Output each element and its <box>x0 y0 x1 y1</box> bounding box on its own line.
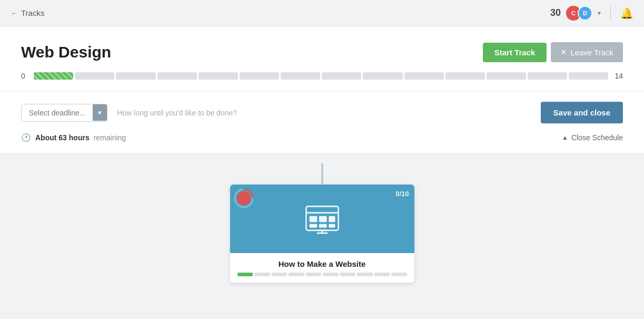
progress-segment-7 <box>322 72 361 80</box>
svg-rect-5 <box>309 216 317 222</box>
close-x-icon: ✕ <box>560 47 567 57</box>
svg-rect-8 <box>309 224 317 228</box>
nav-right: 30 C D ▾ 🔔 <box>550 5 633 21</box>
schedule-area: Select deadline... ▾ How long until you'… <box>0 91 644 153</box>
progress-end-num: 14 <box>615 72 623 80</box>
nav-count: 30 <box>550 7 561 18</box>
timeline-line <box>321 163 323 185</box>
back-arrow-icon: ← <box>11 9 18 17</box>
course-progress-segment-7 <box>357 273 373 276</box>
avatar-d: D <box>578 6 592 21</box>
svg-rect-9 <box>319 224 326 228</box>
how-long-text: How long until you'd like to be done? <box>117 109 237 117</box>
progress-row: 0 14 <box>21 72 623 80</box>
hours-label: About 63 hours <box>35 133 90 142</box>
progress-bar <box>34 72 608 80</box>
track-title: Web Design <box>21 43 111 61</box>
course-card-bottom: How to Make a Website <box>230 253 414 283</box>
course-progress-ring <box>233 188 254 211</box>
progress-segment-10 <box>445 72 485 80</box>
course-icon <box>304 200 341 237</box>
course-name: How to Make a Website <box>237 259 407 268</box>
track-card: Web Design Start Track ✕ Leave Track 0 1… <box>0 26 644 91</box>
progress-segment-11 <box>487 72 526 80</box>
close-schedule-label: Close Schedule <box>571 133 623 142</box>
progress-segment-9 <box>404 72 444 80</box>
deadline-placeholder: Select deadline... <box>22 104 93 121</box>
leave-track-label: Leave Track <box>570 48 613 57</box>
avatar-group: C D <box>566 6 592 21</box>
avatar-dropdown-icon[interactable]: ▾ <box>598 9 601 17</box>
course-progress-segment-5 <box>323 273 339 276</box>
svg-rect-7 <box>329 216 335 222</box>
top-nav: ← Tracks 30 C D ▾ 🔔 <box>0 0 644 26</box>
svg-rect-10 <box>329 224 335 228</box>
progress-segment-5 <box>240 72 279 80</box>
course-progress-segment-0 <box>237 273 253 276</box>
back-to-tracks[interactable]: ← Tracks <box>11 8 44 17</box>
svg-rect-6 <box>319 216 326 222</box>
course-progress-segment-9 <box>391 273 407 276</box>
close-schedule-button[interactable]: ▲ Close Schedule <box>562 133 623 142</box>
course-progress-segment-6 <box>340 273 356 276</box>
save-and-close-button[interactable]: Save and close <box>541 102 623 123</box>
deadline-chevron-icon[interactable]: ▾ <box>93 104 107 121</box>
hours-row: 🕐 About 63 hours remaining ▲ Close Sched… <box>21 133 623 142</box>
svg-point-2 <box>237 191 251 205</box>
progress-segment-13 <box>569 72 608 80</box>
nav-divider <box>610 5 611 21</box>
start-track-button[interactable]: Start Track <box>483 43 547 62</box>
track-header: Web Design Start Track ✕ Leave Track <box>21 42 623 62</box>
course-progress-segment-4 <box>306 273 322 276</box>
deadline-select[interactable]: Select deadline... ▾ <box>21 104 107 122</box>
deadline-row: Select deadline... ▾ How long until you'… <box>21 104 237 122</box>
progress-segment-1 <box>75 72 114 80</box>
progress-segment-3 <box>157 72 197 80</box>
schedule-top-row: Select deadline... ▾ How long until you'… <box>21 102 623 123</box>
progress-segment-4 <box>199 72 238 80</box>
leave-track-button[interactable]: ✕ Leave Track <box>551 42 623 62</box>
course-progress-segment-2 <box>272 273 288 276</box>
remaining-label: remaining <box>94 133 126 142</box>
bell-icon[interactable]: 🔔 <box>620 7 633 20</box>
course-card[interactable]: 0/10 <box>230 185 414 283</box>
course-progress-segment-8 <box>374 273 390 276</box>
tracks-link-label: Tracks <box>21 8 44 17</box>
track-button-group: Start Track ✕ Leave Track <box>483 42 623 62</box>
progress-segment-6 <box>281 72 320 80</box>
course-card-top: 0/10 <box>230 185 414 253</box>
course-progress-segment-3 <box>289 273 304 276</box>
progress-segment-12 <box>528 72 567 80</box>
content-area: 0/10 <box>0 153 644 293</box>
progress-segment-0 <box>34 72 73 80</box>
progress-segment-8 <box>363 72 402 80</box>
progress-segment-2 <box>116 72 155 80</box>
hours-left: 🕐 About 63 hours remaining <box>21 133 126 142</box>
course-badge: 0/10 <box>395 190 409 198</box>
clock-icon: 🕐 <box>21 133 31 142</box>
progress-start-num: 0 <box>21 72 27 80</box>
chevron-up-icon: ▲ <box>562 134 568 141</box>
course-progress-bar <box>237 273 407 276</box>
course-progress-segment-1 <box>254 273 270 276</box>
timeline-wrapper: 0/10 <box>227 163 417 283</box>
